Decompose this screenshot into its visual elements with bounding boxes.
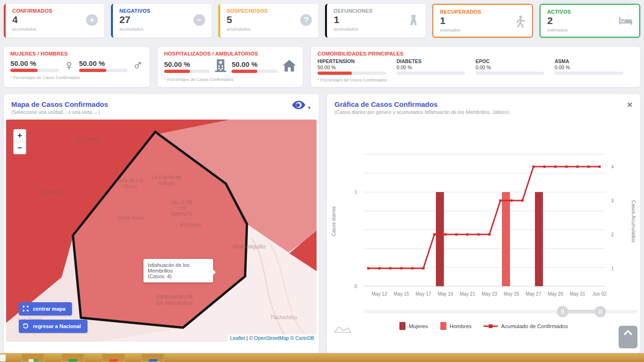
map-title: Mapa de Casos Confirmados xyxy=(11,100,311,108)
card-title: HOSPITALIZADOS / AMBULATORIOS xyxy=(164,51,296,56)
map-subtitle: (Seleccione una unidad ↓ o una vista →) xyxy=(11,109,311,115)
stat-subtitle: estimados xyxy=(440,27,526,32)
zoom-in-button[interactable]: + xyxy=(14,129,26,142)
comorbidity-value: 0.00 % xyxy=(476,64,544,70)
map-place-label: LOS xyxy=(177,206,186,211)
chart-bar[interactable] xyxy=(502,192,510,286)
comorbidity-label: DIABETES xyxy=(397,58,465,64)
map-place-label: Valle de Los xyxy=(117,177,143,183)
line-marker xyxy=(499,200,501,202)
svg-text:May 17: May 17 xyxy=(416,291,431,297)
map-place-label: Refugio xyxy=(158,180,175,186)
svg-text:0: 0 xyxy=(354,284,357,289)
carto-link[interactable]: © CartoDB xyxy=(289,335,314,341)
line-marker xyxy=(466,233,469,236)
ambulatorios-percentage: 50.00 % xyxy=(231,60,278,68)
undo-icon xyxy=(23,323,29,330)
home-icon xyxy=(282,59,296,74)
walking-icon xyxy=(515,15,525,30)
hospitalization-card: HOSPITALIZADOS / AMBULATORIOS 50.00 % 50… xyxy=(158,47,303,87)
footnote: * Porcentajes de Casos Confirmados xyxy=(164,77,296,82)
gender-card: MUJERES / HOMBRES 50.00 % ♀ 50.00 % ♂ * … xyxy=(4,47,150,87)
sparkline-icon xyxy=(334,324,351,335)
close-icon[interactable]: ✕ xyxy=(627,101,633,109)
map-place-label: La Capilla del xyxy=(151,174,182,180)
chart-bar[interactable] xyxy=(535,192,543,286)
stat-title: DEFUNCIONES xyxy=(334,8,420,14)
line-marker xyxy=(565,166,568,168)
map-place-label: los Membrillos xyxy=(157,300,193,306)
comorbidity-value: 50.00 % xyxy=(318,64,386,70)
map-place-label: Santa Rosa xyxy=(117,215,144,220)
line-marker xyxy=(521,200,524,202)
line-marker xyxy=(533,166,535,168)
comorbidities-card: COMORBILIDADES PRINCIPALES HIPERTENSION … xyxy=(311,47,640,87)
y-axis-right-label: Casos Acumulados xyxy=(631,200,636,242)
taskbar-spreadsheet-app[interactable] xyxy=(21,354,45,362)
svg-text:4: 4 xyxy=(611,164,614,169)
green-glyph xyxy=(34,359,38,362)
accumulated-line[interactable] xyxy=(368,167,599,268)
stat-card-defunciones: DEFUNCIONES 1 acumulados xyxy=(325,4,426,38)
map-place-label: Atotonilquillo xyxy=(232,243,266,250)
mujeres-percentage: 50.00 % xyxy=(10,59,59,67)
return-national-button[interactable]: regresar a Nacional xyxy=(19,320,87,333)
svg-text:May 13: May 13 xyxy=(372,291,387,297)
svg-text:May 29: May 29 xyxy=(548,291,563,297)
center-map-icon xyxy=(23,306,29,313)
stat-card-row: CONFIRMADOS 4 acumulados + NEGATIVOS 27 … xyxy=(4,4,640,38)
ribbon-icon xyxy=(408,14,419,28)
window-icon[interactable] xyxy=(0,354,6,362)
hospitalizados-percentage: 50.00 % xyxy=(164,60,210,68)
eye-icon[interactable] xyxy=(292,100,306,112)
legend-acumulado[interactable]: Acumulado de Confirmados xyxy=(484,323,568,329)
chart-bar[interactable] xyxy=(436,192,444,286)
stat-card-recuperados: RECUPERADOS 1 estimados xyxy=(432,4,533,38)
zoom-out-button[interactable]: − xyxy=(14,142,26,154)
comorbidity-progressbar xyxy=(476,72,544,75)
comorbidity-progressbar xyxy=(318,72,386,75)
legend-hombres[interactable]: Hombres xyxy=(440,322,472,330)
taskbar-blue-app[interactable] xyxy=(141,354,165,362)
blue-app-icon xyxy=(148,359,158,362)
mujeres-progressbar xyxy=(10,69,59,72)
line-marker xyxy=(598,166,601,168)
chart-panel: Gráfica de Casos Confirmados (Casos diar… xyxy=(327,94,640,353)
button-label: centrar mapa xyxy=(33,306,65,312)
stat-subtitle: acumulados xyxy=(12,26,99,32)
taskbar-red-app[interactable] xyxy=(102,354,125,362)
line-marker xyxy=(455,233,458,236)
map-zoom-control: + − xyxy=(13,129,26,154)
osm-link[interactable]: © OpenStreetMap xyxy=(249,335,289,341)
legend-label: Acumulado de Confirmados xyxy=(501,323,568,329)
footnote: * Porcentajes de Casos Confirmados xyxy=(318,78,634,82)
map-view-dropdown[interactable]: ▼ xyxy=(292,100,311,112)
comorbidity-diabetes: DIABETES 0.00 % xyxy=(397,58,476,75)
scroll-to-top-button[interactable] xyxy=(619,326,637,348)
svg-text:2: 2 xyxy=(611,232,614,237)
document-glyph xyxy=(29,359,33,362)
comorbidity-value: 0.00 % xyxy=(555,64,623,70)
center-map-button[interactable]: centrar mapa xyxy=(19,302,72,315)
comorbidity-columns: HIPERTENSION 50.00 % DIABETES 0.00 % EPO… xyxy=(318,58,634,75)
taskbar-green-app[interactable] xyxy=(61,354,85,362)
map-place-label: El Rodeo xyxy=(180,222,201,227)
tooltip-municipality: Ixtlahuacán de los Membrillos xyxy=(148,262,209,274)
leaflet-link[interactable]: Leaflet xyxy=(230,335,245,341)
slider-handle-right[interactable] xyxy=(595,306,606,317)
line-marker xyxy=(477,233,480,236)
stat-title: SOSPECHOSOS xyxy=(227,8,313,14)
chevron-down-icon[interactable]: ▼ xyxy=(307,105,311,110)
leaflet-map[interactable]: El CapulínCajititlánValle de LosOlivosLa… xyxy=(6,120,317,342)
line-marker xyxy=(554,166,557,168)
hombres-progressbar xyxy=(79,69,127,72)
slider-handle-left[interactable] xyxy=(557,306,568,317)
comorbidity-label: HIPERTENSION xyxy=(318,58,386,64)
date-range-slider[interactable] xyxy=(365,310,637,314)
legend-mujeres[interactable]: Mujeres xyxy=(399,322,428,330)
stat-title: NEGATIVOS xyxy=(119,8,206,14)
cases-chart: 011234May 13May 15May 17May 19May 21May … xyxy=(327,118,640,306)
comorbidity-value: 0.00 % xyxy=(397,64,465,70)
svg-text:1: 1 xyxy=(611,266,614,271)
comorbidity-label: EPOC xyxy=(476,58,544,64)
